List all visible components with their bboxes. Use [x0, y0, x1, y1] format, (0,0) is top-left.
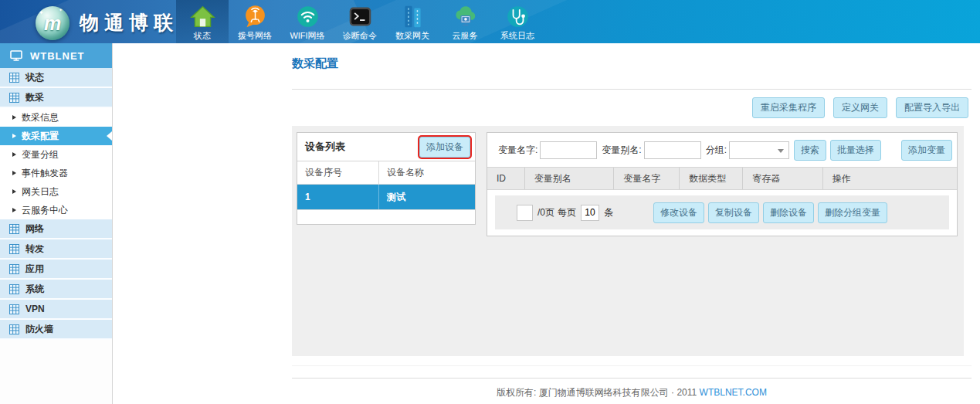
grid-icon [9, 73, 19, 83]
sidebar-item-label: 云服务中心 [22, 204, 68, 217]
triangle-icon [12, 171, 16, 175]
device-table-row[interactable]: 1 测试 [297, 185, 475, 210]
nav-item-status[interactable]: 状态 [176, 0, 229, 43]
sidebar-item-network[interactable]: 网络 [0, 219, 112, 239]
grid-icon [9, 224, 19, 234]
content-container: 设备列表 添加设备 设备序号 设备名称 1 测试 变量名字: 变量别名: 分组:… [292, 126, 964, 356]
nav-item-wifi-network[interactable]: WIFI网络 [281, 0, 334, 43]
footer-copyright: 版权所有: 厦门物通博联网络科技有限公司 · 2011 WTBLNET.COM [292, 386, 972, 399]
grid-icon [9, 284, 19, 294]
triangle-icon [12, 189, 16, 194]
sidebar-item-label: 网关日志 [22, 185, 59, 199]
sidebar-item-status[interactable]: 状态 [0, 68, 112, 88]
sidebar-item-label: VPN [25, 304, 45, 314]
sidebar-item-vpn[interactable]: VPN [0, 300, 112, 320]
variable-alias-input[interactable] [644, 141, 701, 159]
sidebar-item-gateway-log[interactable]: 网关日志 [0, 182, 112, 201]
device-seq-column-header: 设备序号 [297, 161, 379, 184]
grid-icon [9, 93, 19, 103]
nav-item-diagnostic-command[interactable]: 诊断命令 [334, 0, 386, 43]
sidebar-item-label: 状态 [25, 71, 44, 84]
sidebar-item-dc-info[interactable]: 数采信息 [0, 108, 112, 127]
brand-logo-text: 物通博联 [80, 10, 178, 36]
sidebar-header: WTBLNET [0, 43, 112, 68]
delete-device-button[interactable]: 删除设备 [763, 202, 814, 223]
variable-name-input[interactable] [540, 141, 597, 159]
modify-device-button[interactable]: 修改设备 [653, 202, 704, 223]
nav-item-cloud-service[interactable]: 云服务 [439, 0, 491, 43]
copyright-text: 版权所有: 厦门物通博联网络科技有限公司 · 2011 [497, 387, 697, 398]
unit-label: 条 [604, 206, 613, 219]
device-action-buttons: 修改设备 复制设备 删除设备 删除分组变量 [653, 202, 887, 223]
nav-item-system-log[interactable]: 系统日志 [491, 0, 544, 43]
variable-table-header: ID 变量别名 变量名字 数据类型 寄存器 操作 [487, 167, 957, 190]
variable-table-body: /0页 每页 条 修改设备 复制设备 删除设备 删除分组变量 [487, 190, 957, 235]
sidebar-item-data-collection[interactable]: 数采 [0, 88, 112, 108]
copy-device-button[interactable]: 复制设备 [708, 202, 759, 223]
divider [292, 378, 972, 379]
device-seq-cell: 1 [297, 185, 379, 209]
nav-label: 云服务 [453, 30, 478, 42]
nav-label: WIFI网络 [290, 30, 324, 42]
sidebar-item-variable-group[interactable]: 变量分组 [0, 145, 112, 164]
batch-select-button[interactable]: 批量选择 [830, 140, 881, 161]
top-navbar: ✦ ✦ m 物通博联 状态 拨号网络 [0, 0, 980, 43]
brand-logo-icon: ✦ ✦ m [36, 6, 70, 40]
grid-icon [9, 304, 19, 314]
device-name-column-header: 设备名称 [379, 161, 475, 184]
group-label: 分组: [706, 144, 727, 157]
nav-label: 系统日志 [500, 30, 534, 42]
divider [292, 89, 972, 90]
search-button[interactable]: 搜索 [794, 140, 826, 161]
page-number-input[interactable] [517, 205, 533, 221]
nav-item-dial-network[interactable]: 拨号网络 [229, 0, 281, 43]
sidebar-item-cloud-center[interactable]: 云服务中心 [0, 201, 112, 219]
restart-collector-button[interactable]: 重启采集程序 [752, 97, 825, 118]
grid-icon [9, 324, 19, 334]
column-header-alias: 变量别名 [525, 168, 615, 189]
variable-filter-row: 变量名字: 变量别名: 分组: 搜索 批量选择 添加变量 [487, 133, 957, 167]
monitor-icon [10, 50, 22, 61]
column-header-name: 变量名字 [614, 168, 680, 189]
device-name-cell: 测试 [379, 185, 475, 209]
per-page-input[interactable] [581, 205, 599, 221]
home-icon [190, 4, 215, 29]
sidebar-title: WTBLNET [30, 50, 85, 62]
sidebar-item-event-trigger[interactable]: 事件触发器 [0, 164, 112, 182]
group-select[interactable] [729, 141, 789, 159]
pagination-bar: /0页 每页 条 修改设备 复制设备 删除设备 删除分组变量 [495, 195, 949, 229]
sidebar-item-forwarding[interactable]: 转发 [0, 239, 112, 260]
wifi-icon [295, 4, 320, 29]
delete-group-variable-button[interactable]: 删除分组变量 [818, 202, 887, 223]
nav-label: 状态 [194, 30, 211, 42]
define-gateway-button[interactable]: 定义网关 [833, 97, 887, 118]
device-list-title: 设备列表 [305, 140, 345, 154]
main-content: 数采配置 重启采集程序 定义网关 配置导入导出 设备列表 添加设备 设备序号 设… [113, 43, 980, 404]
footer-link[interactable]: WTBLNET.COM [700, 387, 767, 398]
sidebar-item-application[interactable]: 应用 [0, 260, 112, 280]
page-suffix-label: /0页 [537, 206, 554, 219]
sidebar-item-label: 系统 [25, 283, 44, 296]
add-device-button[interactable]: 添加设备 [419, 137, 470, 158]
config-import-export-button[interactable]: 配置导入导出 [896, 97, 968, 118]
sidebar-item-label: 变量分组 [22, 148, 59, 161]
sidebar-item-label: 数采配置 [22, 130, 59, 143]
nav-label: 诊断命令 [343, 30, 377, 42]
sidebar-item-label: 数采信息 [22, 111, 59, 124]
column-header-id: ID [487, 168, 525, 189]
nav-item-data-gateway[interactable]: 数采网关 [386, 0, 439, 43]
variables-panel: 变量名字: 变量别名: 分组: 搜索 批量选择 添加变量 ID 变量别名 变量名… [487, 132, 958, 236]
sidebar-item-system[interactable]: 系统 [0, 280, 112, 300]
sidebar-item-label: 转发 [25, 243, 44, 256]
sidebar-item-dc-config[interactable]: 数采配置 [0, 127, 112, 145]
nav-label: 数采网关 [395, 30, 429, 42]
dial-network-icon [242, 4, 268, 29]
gateway-icon [400, 4, 426, 29]
sidebar-item-firewall[interactable]: 防火墙 [0, 320, 112, 340]
sidebar-item-label: 网络 [25, 222, 44, 236]
add-variable-button[interactable]: 添加变量 [901, 140, 952, 161]
sidebar: WTBLNET 状态 数采 数采信息 数采配置 变量分组 事件触发器 网关日志 … [0, 43, 113, 404]
grid-icon [9, 264, 19, 274]
sidebar-item-label: 应用 [25, 263, 44, 276]
sidebar-item-label: 防火墙 [25, 323, 53, 336]
